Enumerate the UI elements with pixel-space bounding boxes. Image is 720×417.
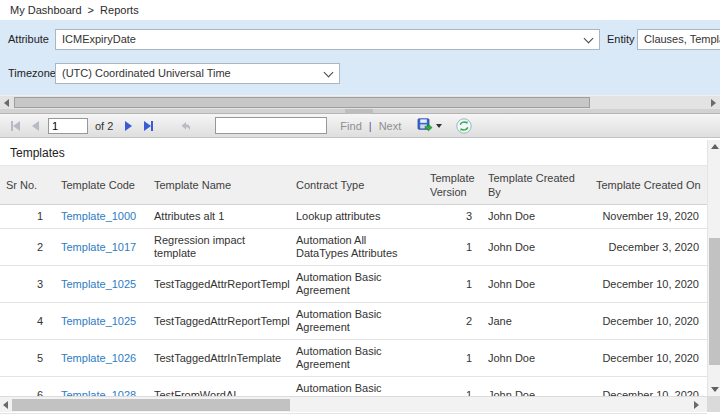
next-page-button[interactable] — [123, 117, 133, 135]
cell-sr-no: 4 — [0, 303, 55, 340]
cell-template-code: Template_1025 — [55, 266, 148, 303]
cell-template-version: 1 — [424, 266, 482, 303]
refresh-button[interactable] — [456, 117, 472, 135]
scroll-left-arrow-icon[interactable] — [4, 99, 9, 107]
table-header-row: Sr No. Template Code Template Name Contr… — [0, 166, 707, 205]
previous-page-icon — [32, 121, 39, 131]
cell-created-by: John Doe — [482, 340, 590, 377]
page-count-label: of 2 — [95, 120, 113, 132]
bottom-horizontal-scrollbar[interactable] — [0, 396, 707, 412]
template-code-link[interactable]: Template_1000 — [61, 210, 136, 222]
last-page-icon — [144, 121, 151, 131]
parameters-panel: Attribute ICMExpiryDate Entity Clauses, … — [0, 20, 720, 95]
cell-contract-type: Automation Basic Agreement — [290, 266, 424, 303]
cell-contract-type: Automation Basic Agreement — [290, 340, 424, 377]
column-header-sr-no: Sr No. — [0, 166, 55, 205]
current-page-input[interactable] — [48, 118, 88, 134]
chevron-down-icon — [584, 34, 594, 44]
column-header-created-on: Template Created On — [590, 166, 707, 205]
template-code-link[interactable]: Template_1025 — [61, 278, 136, 290]
table-row: 5Template_1026TestTaggedAttrInTemplateAu… — [0, 340, 707, 377]
vertical-scrollbar-thumb[interactable] — [709, 238, 720, 365]
table-row: 3Template_1025TestTaggedAttrReportTempla… — [0, 266, 707, 303]
column-header-template-code: Template Code — [55, 166, 148, 205]
cell-template-name: TestTaggedAttrReportTemplate — [148, 303, 290, 340]
next-page-icon — [125, 121, 132, 131]
report-viewer-screen: My Dashboard > Reports Attribute ICMExpi… — [0, 0, 720, 417]
top-horizontal-scrollbar[interactable] — [0, 95, 720, 109]
column-header-created-by: Template Created By — [482, 166, 590, 205]
vertical-scrollbar[interactable] — [707, 140, 720, 396]
top-scrollbar-thumb[interactable] — [14, 97, 590, 108]
scroll-right-arrow-icon[interactable] — [711, 99, 716, 107]
report-toolbar: of 2 Find | Next — [0, 114, 720, 138]
column-header-template-version: Template Version — [424, 166, 482, 205]
column-header-template-name: Template Name — [148, 166, 290, 205]
template-code-link[interactable]: Template_1025 — [61, 315, 136, 327]
templates-table-body: 1Template_1000Attributes alt 1Lookup att… — [0, 205, 707, 417]
find-next-separator: | — [369, 120, 372, 132]
breadcrumb-separator: > — [88, 4, 94, 16]
cell-template-version: 1 — [424, 414, 482, 417]
cell-template-version: 1 — [424, 340, 482, 377]
cell-sr-no: 5 — [0, 340, 55, 377]
export-button[interactable] — [417, 117, 442, 135]
find-next-button[interactable]: Next — [379, 120, 402, 132]
cell-template-code: Template_1000 — [55, 205, 148, 229]
cell-sr-no: 7 — [0, 414, 55, 417]
cell-contract-type: Automation Basic Agreement — [290, 303, 424, 340]
breadcrumb-item-reports: Reports — [100, 4, 139, 16]
report-section-title: Templates — [0, 138, 707, 165]
attribute-select[interactable]: ICMExpiryDate — [55, 29, 600, 50]
table-row: 1Template_1000Attributes alt 1Lookup att… — [0, 205, 707, 229]
cell-template-code: Template_1028 — [55, 414, 148, 417]
bottom-scrollbar-thumb[interactable] — [12, 399, 290, 411]
scroll-left-arrow-icon[interactable] — [3, 401, 8, 409]
scroll-up-arrow-icon[interactable] — [711, 144, 719, 149]
back-to-parent-icon — [180, 120, 192, 132]
cell-template-code: Template_1025 — [55, 303, 148, 340]
chevron-down-icon — [324, 68, 334, 78]
refresh-icon — [456, 118, 472, 134]
find-button[interactable]: Find — [340, 120, 361, 132]
scroll-down-arrow-icon[interactable] — [711, 387, 719, 392]
templates-table: Sr No. Template Code Template Name Contr… — [0, 165, 707, 417]
cell-created-by: Jane — [482, 303, 590, 340]
timezone-label: Timezone — [8, 67, 56, 79]
cell-contract-type: Lookup attributes — [290, 205, 424, 229]
table-row: 4Template_1025TestTaggedAttrReportTempla… — [0, 303, 707, 340]
export-save-icon — [417, 118, 433, 133]
scroll-right-arrow-icon[interactable] — [694, 401, 699, 409]
breadcrumb: My Dashboard > Reports — [0, 0, 720, 20]
cell-template-version: 1 — [424, 229, 482, 266]
cell-template-name: TestTaggedAttrReportTemplate — [148, 266, 290, 303]
column-header-contract-type: Contract Type — [290, 166, 424, 205]
cell-created-on: December 10, 2020 — [590, 303, 707, 340]
entity-value: Clauses, Template — [644, 33, 720, 45]
timezone-select[interactable]: (UTC) Coordinated Universal Time — [55, 63, 340, 84]
table-row: 2Template_1017Regression impact template… — [0, 229, 707, 266]
entity-field[interactable]: Clauses, Template — [637, 29, 720, 50]
first-page-button — [8, 117, 22, 135]
template-code-link[interactable]: Template_1026 — [61, 352, 136, 364]
breadcrumb-item-dashboard[interactable]: My Dashboard — [10, 4, 82, 16]
last-page-button[interactable] — [141, 117, 155, 135]
cell-created-on: December 10, 2020 — [590, 266, 707, 303]
scrollbar-corner — [707, 396, 720, 412]
cell-contract-type: Automation All DataTypes Attributes — [290, 229, 424, 266]
back-to-parent-button — [179, 117, 193, 135]
find-text-input[interactable] — [215, 117, 327, 134]
cell-created-on: December 3, 2020 — [590, 229, 707, 266]
cell-template-code: Template_1017 — [55, 229, 148, 266]
cell-template-version: 3 — [424, 205, 482, 229]
cell-template-name: Regression impact template — [148, 229, 290, 266]
cell-created-on: November 19, 2020 — [590, 205, 707, 229]
cell-template-name: TestTaggedAttrInTemplate — [148, 340, 290, 377]
cell-contract-type: Automation Basic Agreement — [290, 414, 424, 417]
cell-sr-no: 1 — [0, 205, 55, 229]
attribute-label: Attribute — [8, 33, 49, 45]
timezone-selected-value: (UTC) Coordinated Universal Time — [62, 67, 231, 79]
previous-page-button — [30, 117, 40, 135]
entity-label: Entity — [607, 33, 635, 45]
template-code-link[interactable]: Template_1017 — [61, 241, 136, 253]
